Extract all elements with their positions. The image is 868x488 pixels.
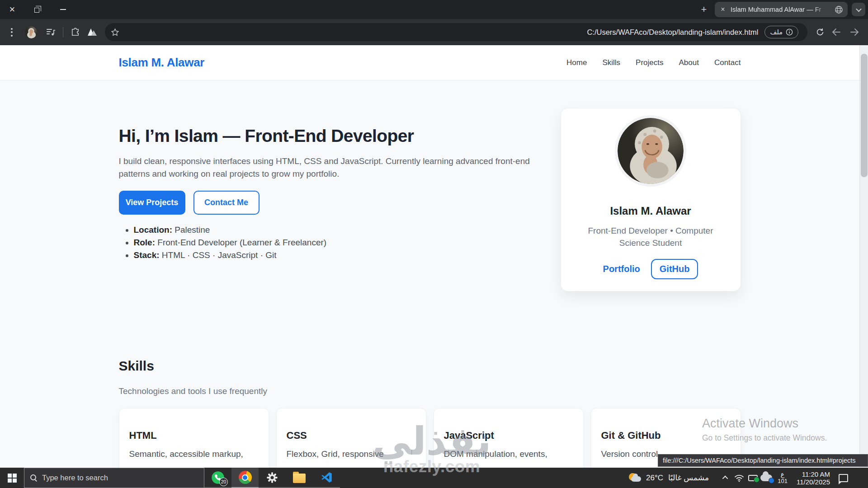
clock-date: 11/20/2025 xyxy=(797,478,830,486)
extension-triangle-icon[interactable] xyxy=(87,27,98,38)
back-arrow-icon xyxy=(831,27,842,38)
whatsapp-badge: 20 xyxy=(219,478,228,486)
language-letter: ع xyxy=(781,471,784,478)
onedrive-cloud-icon xyxy=(760,474,772,481)
taskbar-vscode-button[interactable] xyxy=(313,468,340,488)
fact-location: Location: Palestine xyxy=(134,224,541,236)
taskbar-search-input[interactable] xyxy=(42,474,198,482)
windows-taskbar: 20 26°C مشمس غالبًا ع 1 xyxy=(0,468,868,488)
portfolio-link[interactable]: Portfolio xyxy=(603,264,640,274)
new-tab-button[interactable]: + xyxy=(697,3,711,16)
weather-temperature: 26°C xyxy=(646,474,663,483)
minimize-icon xyxy=(60,9,66,10)
tray-onedrive-button[interactable] xyxy=(760,468,773,488)
clock-time: 11:20 AM xyxy=(802,470,830,478)
profile-subtitle: Front-End Developer • Computer Science S… xyxy=(583,225,718,249)
browser-tab-bar: × + × Islam Muhammad AlAwar — Fr xyxy=(0,0,868,19)
nav-item-projects[interactable]: Projects xyxy=(636,58,663,67)
chrome-icon xyxy=(239,471,252,484)
site-header: Islam M. Alawar Home Skills Projects Abo… xyxy=(0,45,859,80)
forward-button[interactable] xyxy=(849,27,860,38)
profile-avatar[interactable] xyxy=(25,26,37,38)
vscode-icon xyxy=(321,471,333,483)
chevron-down-icon xyxy=(856,6,862,12)
restore-icon xyxy=(34,8,39,13)
windows-logo-icon xyxy=(8,474,17,483)
site-nav: Home Skills Projects About Contact xyxy=(566,58,741,67)
skills-title: Skills xyxy=(119,358,741,374)
browser-tab[interactable]: × Islam Muhammad AlAwar — Fr xyxy=(715,2,848,17)
new-tab-icon: + xyxy=(701,4,707,15)
globe-favicon-icon xyxy=(835,5,843,14)
browser-menu-button[interactable] xyxy=(6,27,17,38)
tab-search-button[interactable] xyxy=(852,3,865,16)
url-text[interactable]: C:/Users/WAFAco/Desktop/landing-islam/in… xyxy=(120,28,758,37)
tab-title: Islam Muhammad AlAwar — Fr xyxy=(731,6,830,13)
toolbar-separator xyxy=(63,27,63,37)
tray-network-button[interactable] xyxy=(732,468,746,488)
weather-condition: مشمس غالبًا xyxy=(668,473,709,483)
window-close-button[interactable]: × xyxy=(5,3,19,16)
github-button[interactable]: GitHub xyxy=(651,259,698,279)
window-minimize-button[interactable] xyxy=(56,3,70,16)
search-icon xyxy=(30,474,37,481)
action-center-button[interactable] xyxy=(836,468,850,488)
page-scrollbar[interactable] xyxy=(859,45,868,468)
window-restore-button[interactable] xyxy=(31,3,44,16)
tab-close-icon[interactable]: × xyxy=(719,5,726,14)
taskbar-search[interactable] xyxy=(24,468,204,488)
link-status-tooltip: file:///C:/Users/WAFAco/Desktop/landing-… xyxy=(658,454,868,467)
site-logo[interactable]: Islam M. Alawar xyxy=(119,56,205,70)
action-center-icon xyxy=(839,474,848,482)
contact-me-button[interactable]: Contact Me xyxy=(193,191,259,215)
security-status-icon xyxy=(748,475,758,481)
back-button[interactable] xyxy=(831,27,842,38)
view-projects-button[interactable]: View Projects xyxy=(119,191,185,215)
start-button[interactable] xyxy=(0,468,24,488)
close-icon: × xyxy=(9,4,15,15)
wifi-icon xyxy=(734,473,745,483)
hero-title: Hi, I’m Islam — Front-End Developer xyxy=(119,126,541,146)
taskbar-weather[interactable]: 26°C مشمس غالبًا xyxy=(628,472,709,484)
tray-language-indicator[interactable]: ع 101 xyxy=(773,471,792,484)
settings-gear-icon xyxy=(266,471,278,484)
weather-icon xyxy=(628,472,642,484)
address-bar[interactable]: C:/Users/WAFAco/Desktop/landing-islam/in… xyxy=(105,23,807,41)
extensions-puzzle-icon[interactable] xyxy=(70,27,80,38)
reload-icon xyxy=(815,27,825,37)
hero-facts-list: Location: Palestine Role: Front-End Deve… xyxy=(119,224,541,262)
browser-toolbar: C:/Users/WAFAco/Desktop/landing-islam/in… xyxy=(0,19,868,45)
file-scheme-badge[interactable]: ملف xyxy=(764,26,798,38)
nav-item-contact[interactable]: Contact xyxy=(714,58,741,67)
hero-section: Hi, I’m Islam — Front-End Developer I bu… xyxy=(0,80,859,291)
chevron-up-icon xyxy=(722,476,728,482)
media-playlist-icon[interactable] xyxy=(45,27,56,38)
fact-role: Role: Front-End Developer (Learner & Fre… xyxy=(134,236,541,249)
profile-name: Islam M. Alawar xyxy=(561,205,741,217)
profile-card: Islam M. Alawar Front-End Developer • Co… xyxy=(561,108,741,291)
tray-clock[interactable]: 11:20 AM 11/20/2025 xyxy=(797,470,830,486)
nav-item-skills[interactable]: Skills xyxy=(602,58,620,67)
taskbar-chrome-button[interactable] xyxy=(231,468,259,488)
tray-show-hidden-icons-button[interactable] xyxy=(719,468,732,488)
file-explorer-icon xyxy=(293,474,306,483)
taskbar-file-explorer-button[interactable] xyxy=(286,468,313,488)
tray-security-button[interactable] xyxy=(746,468,760,488)
fact-stack: Stack: HTML · CSS · JavaScript · Git xyxy=(134,249,541,262)
profile-photo xyxy=(618,118,684,184)
info-icon xyxy=(786,28,793,36)
activate-windows-watermark: Activate Windows Go to Settings to activ… xyxy=(702,417,827,443)
hero-description: I build clean, responsive interfaces usi… xyxy=(119,155,541,180)
taskbar-whatsapp-button[interactable]: 20 xyxy=(204,468,231,488)
reload-button[interactable] xyxy=(815,27,826,38)
skills-subtitle: Technologies and tools I use frequently xyxy=(119,386,741,396)
forward-arrow-icon xyxy=(849,27,860,38)
scrollbar-thumb[interactable] xyxy=(861,54,868,177)
nav-item-home[interactable]: Home xyxy=(566,58,587,67)
taskbar-settings-button[interactable] xyxy=(259,468,286,488)
keyboard-code: 101 xyxy=(778,478,788,484)
bookmark-star-icon[interactable] xyxy=(110,28,120,37)
nav-item-about[interactable]: About xyxy=(679,58,698,67)
